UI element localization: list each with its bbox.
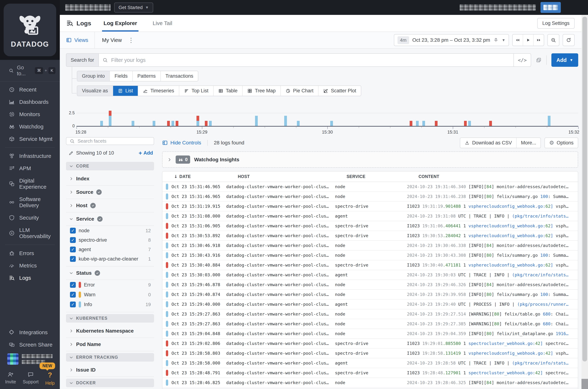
- log-row[interactable]: Oct 23 15:28:44.780 datadog-cluster-vmwa…: [162, 388, 578, 389]
- histogram-bar-15:29:02[interactable]: [205, 121, 208, 126]
- log-row[interactable]: Oct 23 15:31:46.965 datadog-cluster-vmwa…: [162, 192, 578, 202]
- histogram-bar-15:29:04[interactable]: [209, 121, 212, 126]
- log-row[interactable]: Oct 23 15:30:43.916 datadog-cluster-vmwa…: [162, 251, 578, 260]
- log-row[interactable]: Oct 23 15:29:46.878 datadog-cluster-vmwa…: [162, 280, 578, 290]
- hide-controls-button[interactable]: Hide Controls: [162, 140, 201, 146]
- refresh-button[interactable]: [563, 34, 575, 46]
- histogram-bar-15:28:37[interactable]: [153, 121, 155, 126]
- log-row[interactable]: Oct 23 15:31:08.000 datadog-cluster-vmwa…: [162, 211, 578, 221]
- facet-value-warn[interactable]: ✓Warn0: [69, 290, 154, 299]
- log-row[interactable]: Oct 23 15:29:40.000 datadog-cluster-vmwa…: [162, 299, 578, 309]
- log-row[interactable]: Oct 23 15:31:06.905 datadog-cluster-vmwa…: [162, 221, 578, 231]
- histogram-bar-15:28:48[interactable]: [176, 121, 178, 126]
- log-row[interactable]: Oct 23 15:31:46.965 datadog-cluster-vmwa…: [162, 182, 578, 192]
- facet-index[interactable]: Index: [66, 172, 154, 186]
- sidebar-item-digital-experience[interactable]: Digital Experience: [0, 175, 60, 193]
- sidebar-item-software-delivery[interactable]: Software Delivery: [0, 193, 60, 212]
- goto-search[interactable]: Go to... ⌘+K: [0, 60, 60, 82]
- tab-log-explorer[interactable]: Log Explorer: [102, 15, 139, 32]
- log-row[interactable]: Oct 23 15:28:58.803 datadog-cluster-vmwa…: [162, 349, 578, 358]
- facet-group-error-tracking[interactable]: ERROR TRACKING: [66, 353, 154, 362]
- add-query-button[interactable]: Add ▼: [551, 53, 578, 67]
- current-view-name[interactable]: My View: [102, 37, 122, 43]
- facet-service[interactable]: Service: [66, 212, 154, 226]
- fast-forward-button[interactable]: [534, 34, 544, 46]
- histogram-bar-15:31:19[interactable]: [489, 121, 492, 126]
- upgrade-button-redacted[interactable]: [540, 2, 561, 13]
- log-row[interactable]: Oct 23 15:28:58.000 datadog-cluster-vmwa…: [162, 358, 578, 368]
- facet-value-spectro-drive[interactable]: ✓spectro-drive8: [69, 235, 154, 245]
- log-row[interactable]: Oct 23 15:30:53.892 datadog-cluster-vmwa…: [162, 231, 578, 241]
- code-mode-button[interactable]: </>: [513, 53, 531, 67]
- search-input[interactable]: [111, 57, 510, 63]
- facet-group-docker[interactable]: DOCKER: [66, 379, 154, 387]
- pin-icon[interactable]: [493, 37, 499, 43]
- histogram-bar-15:31:08[interactable]: [468, 121, 471, 126]
- histogram-bar-15:28:16[interactable]: [109, 111, 112, 126]
- chart-plot-area[interactable]: 2.5015:2815:2915:3015:3115:32: [77, 102, 578, 127]
- histogram-bar-15:29:27[interactable]: [255, 116, 258, 126]
- facet-status[interactable]: Status: [66, 266, 154, 280]
- edit-pencil-icon[interactable]: [69, 151, 74, 156]
- visualize-pie-chart[interactable]: Pie Chart: [281, 86, 319, 96]
- sidebar-item-apm[interactable]: APM: [0, 162, 60, 175]
- sidebar-item-integrations[interactable]: Integrations: [0, 326, 60, 339]
- log-row[interactable]: Oct 23 15:29:27.863 datadog-cluster-vmwa…: [162, 319, 578, 329]
- sidebar-item-llm-observability[interactable]: LLM Observability: [0, 224, 60, 242]
- tab-live-tail[interactable]: Live Tail: [151, 15, 174, 32]
- checkbox-checked[interactable]: ✓: [70, 247, 76, 252]
- sidebar-item-metrics[interactable]: Metrics: [0, 259, 60, 272]
- visualize-tree-map[interactable]: Tree Map: [243, 86, 281, 96]
- sidebar-item-dashboards[interactable]: Dashboards: [0, 96, 60, 108]
- support-button[interactable]: Support: [23, 371, 39, 385]
- facet-value-info[interactable]: ✓Info19: [69, 299, 154, 309]
- facet-value-kube-vip-arp-cache-cleaner[interactable]: ✓kube-vip-arp-cache-cleaner1: [69, 254, 154, 264]
- sidebar-item-recent[interactable]: Recent: [0, 83, 60, 96]
- log-row[interactable]: Oct 23 15:30:03.000 datadog-cluster-vmwa…: [162, 270, 578, 280]
- facet-value-error[interactable]: ✓Error9: [69, 280, 154, 290]
- sidebar-item-watchdog[interactable]: Watchdog: [0, 121, 60, 133]
- log-row[interactable]: Oct 23 15:29:04.848 datadog-cluster-vmwa…: [162, 329, 578, 339]
- checkbox-checked[interactable]: ✓: [70, 301, 76, 307]
- sidebar-item-infrastructure[interactable]: Infrastructure: [0, 150, 60, 162]
- facet-search-input[interactable]: [77, 138, 150, 144]
- more-button[interactable]: More...: [517, 138, 540, 148]
- sidebar-item-monitors[interactable]: Monitors: [0, 108, 60, 121]
- visualize-list[interactable]: List: [113, 86, 138, 96]
- histogram-bar-15:28:12[interactable]: [100, 121, 103, 126]
- histogram-bar-15:31:06[interactable]: [464, 121, 467, 126]
- group-into-transactions[interactable]: Transactions: [161, 71, 198, 81]
- column-date[interactable]: ↓DATE: [162, 174, 238, 179]
- views-button[interactable]: Views: [60, 32, 95, 48]
- log-row[interactable]: Oct 23 15:29:27.863 datadog-cluster-vmwa…: [162, 309, 578, 319]
- add-facet-button[interactable]: +Add: [139, 150, 153, 156]
- histogram-bar-15:29:40[interactable]: [284, 116, 287, 126]
- column-service[interactable]: SERVICE: [347, 174, 419, 179]
- log-row[interactable]: Oct 23 15:29:40.874 datadog-cluster-vmwa…: [162, 290, 578, 299]
- download-csv-button[interactable]: Download as CSV: [460, 138, 517, 148]
- column-content[interactable]: CONTENT: [419, 174, 578, 179]
- log-row[interactable]: Oct 23 15:28:48.791 datadog-cluster-vmwa…: [162, 368, 578, 378]
- histogram-bar-15:30:43[interactable]: [416, 121, 419, 126]
- datadog-logo[interactable]: DATADOG: [4, 4, 56, 56]
- log-settings-button[interactable]: Log Settings: [537, 18, 575, 29]
- help-button[interactable]: ? Help: [45, 371, 55, 386]
- log-row[interactable]: Oct 23 15:31:19.915 datadog-cluster-vmwa…: [162, 202, 578, 211]
- vertical-scrollbar[interactable]: [582, 15, 588, 389]
- rewind-button[interactable]: [513, 34, 523, 46]
- facet-value-agent[interactable]: ✓agent7: [69, 245, 154, 254]
- watchdog-insights[interactable]: 0 Watchdog Insights: [162, 151, 578, 168]
- scrollbar-thumb[interactable]: [582, 17, 587, 361]
- zoom-out-button[interactable]: [547, 34, 559, 46]
- view-kebab-menu[interactable]: ⋮: [128, 37, 134, 43]
- sidebar-item-screen-share[interactable]: Screen Share: [0, 339, 60, 351]
- facet-group-kubernetes[interactable]: KUBERNETES: [66, 314, 154, 323]
- sidebar-item-logs[interactable]: Logs: [0, 272, 60, 284]
- visualize-scatter-plot[interactable]: Scatter Plot: [318, 86, 361, 96]
- log-row[interactable]: Oct 23 15:30:40.884 datadog-cluster-vmwa…: [162, 260, 578, 270]
- visualize-timeseries[interactable]: Timeseries: [138, 86, 179, 96]
- histogram-bar-15:28:44[interactable]: [167, 121, 170, 126]
- sidebar-item-service-mgmt[interactable]: Service Mgmt: [0, 133, 60, 145]
- group-into-fields[interactable]: Fields: [110, 71, 133, 81]
- histogram-bar-15:28:58[interactable]: [196, 116, 199, 126]
